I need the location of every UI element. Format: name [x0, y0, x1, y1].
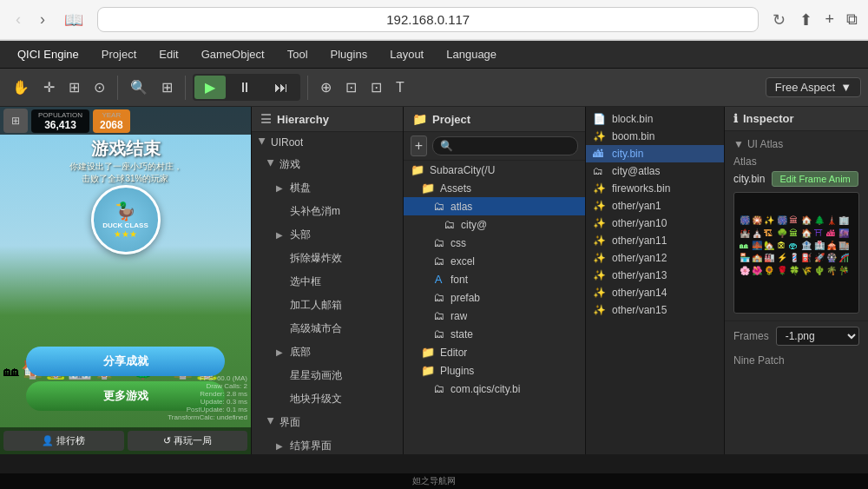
project-search-input[interactable] [432, 136, 578, 155]
tree-item-explode[interactable]: 拆除爆炸效 [252, 247, 403, 270]
aspect-selector[interactable]: Free Aspect ▼ [766, 77, 861, 97]
tree-item-star-pool[interactable]: 星星动画池 [252, 364, 403, 387]
rect-tool-button[interactable]: ⊞ [63, 76, 85, 99]
nav-actions: ⬆ + ⧉ [799, 10, 858, 30]
pause-button[interactable]: ⏸ [227, 76, 262, 99]
text-button[interactable]: T [391, 76, 410, 99]
file-entry-label: other/yan12 [612, 252, 667, 264]
file-item-raw[interactable]: 🗂 raw [404, 307, 585, 325]
tree-item-block-upgrade[interactable]: 地块升级文 [252, 387, 403, 411]
ranking-button[interactable]: 👤 排行榜 [3, 431, 124, 451]
file-item-city-at[interactable]: 🗂 city@ [404, 215, 585, 234]
reload-button[interactable]: ↻ [767, 9, 791, 31]
tabs-button[interactable]: ⧉ [846, 10, 858, 29]
play-button[interactable]: ▶ [194, 76, 226, 99]
step-button[interactable]: ⏭ [264, 76, 299, 99]
tree-item-head-color[interactable]: 头补色消m [252, 200, 403, 223]
tree-node-qipan[interactable]: ▶ 棋盘 [252, 179, 403, 197]
bookmarks-button[interactable]: 📖 [59, 9, 89, 31]
menu-item-layout[interactable]: Layout [379, 44, 434, 64]
tree-item-bottom[interactable]: ▶ 底部 [252, 340, 403, 364]
pivot-tool-button[interactable]: ⊙ [89, 76, 110, 99]
file-entry-city-bin[interactable]: 🏙 city.bin [586, 145, 724, 162]
file-entry-yan12[interactable]: ✨ other/yan12 [586, 249, 724, 267]
tree-item-settlement[interactable]: ▶ 结算界面 [252, 434, 403, 454]
grid-button[interactable]: ⊞ [156, 76, 178, 99]
file-item-subara[interactable]: 📁 SubaraCity(/U [404, 161, 585, 179]
menu-item-project[interactable]: Project [91, 44, 147, 64]
project-add-button[interactable]: + [411, 135, 427, 156]
file-item-atlas[interactable]: 🗂 atlas [404, 197, 585, 215]
menu-item-tool[interactable]: Tool [277, 44, 319, 64]
file-item-prefab[interactable]: 🗂 prefab [404, 288, 585, 307]
back-button[interactable]: ‹ [10, 9, 26, 30]
file-item-state[interactable]: 🗂 state [404, 325, 585, 343]
file-item-assets[interactable]: 📁 Assets [404, 179, 585, 197]
tree-node-explode[interactable]: 拆除爆炸效 [252, 249, 403, 268]
svg-text:🌻: 🌻 [764, 265, 775, 276]
menu-item-language[interactable]: Language [436, 44, 507, 64]
tree-node-settlement[interactable]: ▶ 结算界面 [252, 437, 403, 454]
tree-node-mailbox[interactable]: 加工人邮箱 [252, 296, 403, 314]
tree-node-uiroot[interactable]: ▶ UIRoot [252, 135, 403, 150]
file-item-plugins[interactable]: 📁 Plugins [404, 361, 585, 380]
svg-text:⛽: ⛽ [801, 252, 812, 263]
forward-button[interactable]: › [35, 9, 50, 30]
file-entry-yan14[interactable]: ✨ other/yan14 [586, 284, 724, 301]
file-item-com-qics[interactable]: 🗂 com.qics/city.bi [404, 380, 585, 398]
tree-item-city-upgrade[interactable]: 高级城市合 [252, 317, 403, 340]
rect2-button[interactable]: ⊡ [340, 76, 362, 99]
file-item-editor[interactable]: 📁 Editor [404, 343, 585, 361]
edit-frame-anim-button[interactable]: Edit Frame Anim [772, 171, 858, 187]
file-item-css[interactable]: 🗂 css [404, 234, 585, 252]
tree-node-star-pool[interactable]: 星星动画池 [252, 367, 403, 385]
tree-item-qipan[interactable]: ▶ 棋盘 [252, 176, 403, 200]
inspector-section-atlas: ▼ UI Atlas Atlas city.bin Edit Frame Ani… [725, 131, 868, 321]
folder-icon: 🗂 [431, 236, 445, 249]
tree-item-ui[interactable]: ▶ 界面 [252, 411, 403, 434]
zoom-button[interactable]: 🔍 [125, 76, 153, 99]
move-tool-button[interactable]: ✛ [38, 76, 60, 99]
tree-node-city-upgrade[interactable]: 高级城市合 [252, 320, 403, 338]
add-tab-button[interactable]: + [825, 10, 834, 29]
rect3-button[interactable]: ⊡ [365, 76, 387, 99]
game-menu-icon[interactable]: ⊞ [3, 109, 28, 133]
svg-text:🍀: 🍀 [789, 265, 800, 276]
file-entry-city-atlas[interactable]: 🗂 city@atlas [586, 162, 724, 180]
menu-item-qici[interactable]: QICI Engine [7, 44, 89, 64]
file-entry-van15[interactable]: ✨ other/van15 [586, 301, 724, 319]
url-bar[interactable]: 192.168.0.117 [97, 7, 759, 32]
menu-item-plugins[interactable]: Plugins [320, 44, 378, 64]
frames-select[interactable]: -1.png [776, 327, 859, 346]
firework-icon: ✨ [593, 235, 607, 247]
menu-item-edit[interactable]: Edit [148, 44, 188, 64]
hand-tool-button[interactable]: ✋ [7, 76, 35, 99]
menu-item-gameobject[interactable]: GameObject [191, 44, 275, 64]
file-entry-yan1[interactable]: ✨ other/yan1 [586, 197, 724, 215]
tree-item-select[interactable]: 选中框 [252, 270, 403, 294]
tree-item-uiroot[interactable]: ▶ UIRoot [252, 132, 403, 153]
share-button[interactable]: ⬆ [799, 10, 812, 30]
file-item-font[interactable]: A font [404, 270, 585, 288]
replay-button[interactable]: ↺ 再玩一局 [128, 431, 248, 451]
tree-node-select[interactable]: 选中框 [252, 273, 403, 291]
file-entry-yan11[interactable]: ✨ other/yan11 [586, 232, 724, 249]
tree-item-head[interactable]: ▶ 头部 [252, 223, 403, 247]
tree-node-head-color[interactable]: 头补色消m [252, 202, 403, 221]
tree-node-game[interactable]: ▶ 游戏 [252, 155, 403, 174]
tree-item-game[interactable]: ▶ 游戏 [252, 153, 403, 176]
tree-node-head[interactable]: ▶ 头部 [252, 226, 403, 244]
file-entry-yan10[interactable]: ✨ other/yan10 [586, 215, 724, 232]
file-entry-boom[interactable]: ✨ boom.bin [586, 128, 724, 145]
tree-node-block-upgrade[interactable]: 地块升级文 [252, 390, 403, 408]
file-entry-block[interactable]: 📄 block.bin [586, 110, 724, 128]
file-entry-label: other/yan14 [612, 287, 667, 299]
tree-item-mailbox[interactable]: 加工人邮箱 [252, 294, 403, 317]
tree-node-bottom[interactable]: ▶ 底部 [252, 343, 403, 361]
tree-node-ui[interactable]: ▶ 界面 [252, 413, 403, 432]
share-achievement-button[interactable]: 分享成就 [26, 347, 225, 376]
file-entry-fireworks[interactable]: ✨ fireworks.bin [586, 180, 724, 197]
file-item-excel[interactable]: 🗂 excel [404, 252, 585, 270]
file-entry-yan13[interactable]: ✨ other/yan13 [586, 267, 724, 284]
anchor-button[interactable]: ⊕ [315, 76, 337, 99]
